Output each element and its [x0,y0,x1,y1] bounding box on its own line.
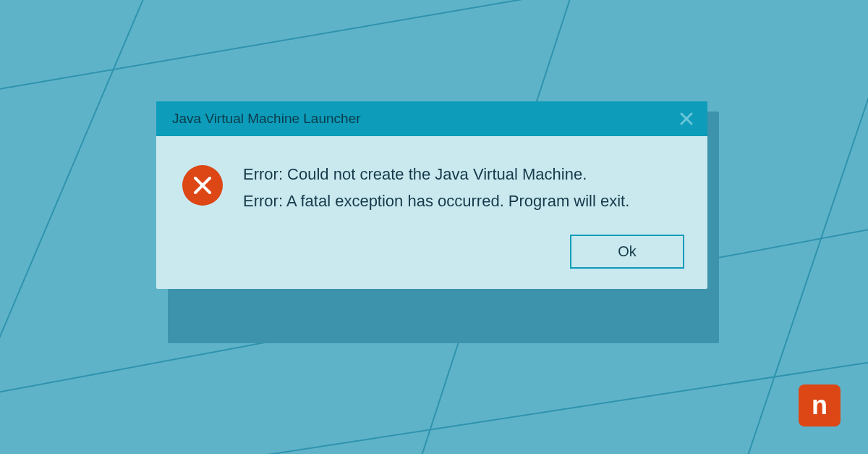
dialog-body: Error: Could not create the Java Virtual… [156,136,707,235]
dialog-footer: Ok [156,235,707,289]
error-message-line-2: Error: A fatal exception has occurred. P… [243,189,629,213]
close-icon[interactable] [680,112,693,125]
svg-line-0 [0,0,868,101]
brand-logo: n [799,384,841,426]
error-icon [182,165,223,206]
error-message-line-1: Error: Could not create the Java Virtual… [243,162,629,186]
svg-line-5 [0,340,868,454]
svg-line-2 [0,0,174,454]
ok-button[interactable]: Ok [570,235,684,269]
error-dialog: Java Virtual Machine Launcher Error: Cou… [156,101,707,289]
dialog-title: Java Virtual Machine Launcher [172,111,361,127]
dialog-messages: Error: Could not create the Java Virtual… [243,162,629,213]
dialog-titlebar: Java Virtual Machine Launcher [156,101,707,136]
